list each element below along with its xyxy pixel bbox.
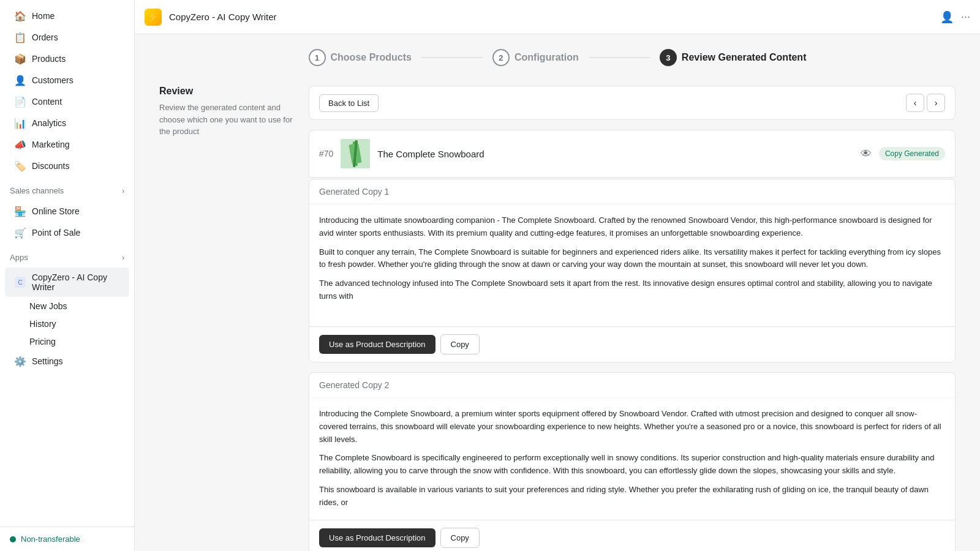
user-icon[interactable]: 👤 [940, 10, 954, 24]
step-2: 2 Configuration [492, 49, 579, 66]
generated-copy-1-text: Introducing the ultimate snowboarding co… [309, 204, 955, 327]
step-3-label: Review Generated Content [682, 52, 807, 63]
point-of-sale-label: Point of Sale [32, 228, 80, 238]
product-name: The Complete Snowboard [377, 149, 853, 159]
step-1-label: Choose Products [331, 52, 412, 63]
sidebar-item-home[interactable]: 🏠 Home [5, 6, 129, 26]
sidebar-footer: Non-transferable [0, 527, 134, 551]
sidebar-item-copyzero[interactable]: C CopyZero - AI Copy Writer [5, 268, 129, 297]
sidebar-item-content[interactable]: 📄 Content [5, 91, 129, 112]
customers-icon: 👤 [15, 75, 26, 86]
generated-copy-2-header: Generated Copy 2 [309, 373, 955, 398]
generated-copy-2-actions: Use as Product DescriptionCopy [309, 520, 955, 551]
sales-channels-label: Sales channels [10, 186, 64, 195]
step-3: 3 Review Generated Content [660, 49, 807, 66]
home-label: Home [32, 11, 55, 21]
sidebar-item-products[interactable]: 📦 Products [5, 48, 129, 69]
content-area: 1 Choose Products 2 Configuration 3 Revi… [135, 34, 980, 551]
analytics-icon: 📊 [15, 118, 26, 129]
non-transferable-dot [10, 536, 16, 542]
analytics-label: Analytics [32, 118, 66, 128]
step-2-label: Configuration [514, 52, 579, 63]
sidebar-sub-history[interactable]: History [5, 315, 129, 332]
product-number: #70 [319, 149, 333, 159]
content-label: Content [32, 97, 62, 107]
sidebar: 🏠 Home 📋 Orders 📦 Products 👤 Customers 📄… [0, 0, 135, 551]
next-arrow-button[interactable]: › [927, 94, 945, 112]
review-description: Review the generated content and choose … [159, 102, 294, 138]
sidebar-item-orders[interactable]: 📋 Orders [5, 27, 129, 48]
copy-button-1[interactable]: Copy [440, 334, 480, 354]
orders-label: Orders [32, 32, 58, 42]
generated-copy-1-actions: Use as Product DescriptionCopy [309, 327, 955, 362]
online-store-label: Online Store [32, 206, 80, 216]
online-store-icon: 🏪 [15, 206, 26, 217]
product-nav-bar: Back to List ‹ › [309, 86, 956, 120]
marketing-icon: 📣 [15, 139, 26, 150]
prev-arrow-button[interactable]: ‹ [906, 94, 924, 112]
topbar: ⚡ CopyZero - AI Copy Writer 👤 ··· [135, 0, 980, 34]
main-area: ⚡ CopyZero - AI Copy Writer 👤 ··· 1 Choo… [135, 0, 980, 551]
topbar-right: 👤 ··· [940, 10, 970, 24]
sidebar-item-discounts[interactable]: 🏷️ Discounts [5, 156, 129, 176]
settings-label: Settings [32, 356, 63, 366]
left-panel: Review Review the generated content and … [159, 86, 294, 551]
non-transferable-label: Non-transferable [21, 534, 80, 544]
stepper: 1 Choose Products 2 Configuration 3 Revi… [159, 49, 956, 66]
apps-header: Apps › [0, 248, 134, 267]
discounts-label: Discounts [32, 161, 69, 171]
copy-button-2[interactable]: Copy [440, 528, 480, 548]
settings-item[interactable]: ⚙️ Settings [5, 351, 129, 372]
sales-channels-chevron: › [122, 187, 124, 195]
apps-chevron: › [122, 253, 124, 262]
products-label: Products [32, 54, 66, 64]
point-of-sale-icon: 🛒 [15, 227, 26, 238]
use-as-description-button-1[interactable]: Use as Product Description [319, 335, 435, 354]
orders-icon: 📋 [15, 32, 26, 43]
more-icon[interactable]: ··· [961, 10, 970, 23]
step-1-circle: 1 [309, 49, 326, 66]
topbar-title: CopyZero - AI Copy Writer [169, 12, 277, 22]
step-1: 1 Choose Products [309, 49, 412, 66]
two-col-layout: Review Review the generated content and … [159, 86, 956, 551]
connector-2 [589, 57, 650, 58]
step-2-circle: 2 [492, 49, 510, 66]
sales-channels-header: Sales channels › [0, 181, 134, 200]
right-panel: Back to List ‹ › #70 [309, 86, 956, 551]
sidebar-nav: 🏠 Home 📋 Orders 📦 Products 👤 Customers 📄… [0, 0, 134, 527]
nav-arrows: ‹ › [906, 94, 945, 112]
use-as-description-button-2[interactable]: Use as Product Description [319, 528, 435, 547]
sidebar-item-customers[interactable]: 👤 Customers [5, 70, 129, 91]
step-3-circle: 3 [660, 49, 677, 66]
product-row: #70 The Complete Snowboard 👁 Copy Genera… [309, 130, 956, 178]
generated-copy-2: Generated Copy 2Introducing the Complete… [309, 372, 956, 551]
settings-icon: ⚙️ [15, 356, 26, 367]
connector-1 [421, 57, 483, 58]
marketing-label: Marketing [32, 140, 69, 149]
sidebar-item-point-of-sale[interactable]: 🛒 Point of Sale [5, 222, 129, 243]
review-title: Review [159, 86, 294, 97]
copy-badge: Copy Generated [879, 147, 945, 160]
generated-copy-1: Generated Copy 1Introducing the ultimate… [309, 179, 956, 362]
copyzero-label: CopyZero - AI Copy Writer [32, 272, 119, 292]
view-product-icon[interactable]: 👁 [861, 148, 872, 160]
home-icon: 🏠 [15, 10, 26, 21]
generated-copy-2-text: Introducing the Complete Snowboard, a pr… [309, 398, 955, 520]
discounts-icon: 🏷️ [15, 160, 26, 171]
app-icon: ⚡ [145, 9, 162, 26]
copyzero-icon: C [15, 277, 26, 288]
non-transferable-item: Non-transferable [10, 534, 124, 544]
back-to-list-button[interactable]: Back to List [319, 94, 379, 112]
generated-copies-container: Generated Copy 1Introducing the ultimate… [309, 179, 956, 551]
sidebar-sub-pricing[interactable]: Pricing [5, 333, 129, 350]
generated-copy-1-header: Generated Copy 1 [309, 179, 955, 204]
sidebar-item-online-store[interactable]: 🏪 Online Store [5, 201, 129, 222]
products-icon: 📦 [15, 53, 26, 64]
sidebar-item-marketing[interactable]: 📣 Marketing [5, 134, 129, 155]
content-icon: 📄 [15, 96, 26, 107]
sidebar-sub-new-jobs[interactable]: New Jobs [5, 298, 129, 315]
customers-label: Customers [32, 75, 74, 85]
apps-label: Apps [10, 253, 28, 262]
svg-text:C: C [18, 279, 22, 286]
sidebar-item-analytics[interactable]: 📊 Analytics [5, 113, 129, 133]
